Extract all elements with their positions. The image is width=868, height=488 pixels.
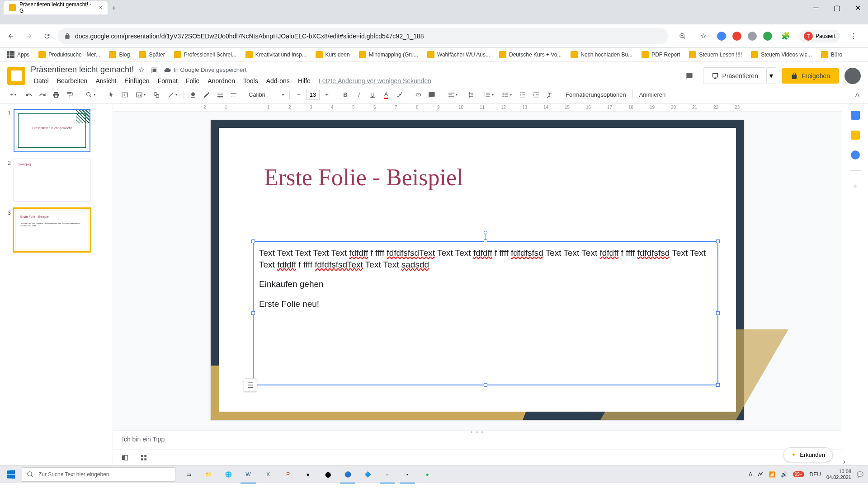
bookmark-item[interactable]: Mindmapping (Gru...: [355, 49, 422, 60]
calendar-icon[interactable]: [851, 111, 860, 120]
chrome-icon[interactable]: 🔵: [338, 465, 357, 483]
image-button[interactable]: ▾: [132, 89, 149, 101]
menu-einfuegen[interactable]: Einfügen: [121, 75, 152, 86]
extension-icon[interactable]: [717, 32, 726, 41]
bookmark-item[interactable]: Professionell Schrei...: [170, 49, 240, 60]
indent-button[interactable]: [530, 89, 542, 101]
task-view-button[interactable]: ▭: [179, 465, 198, 483]
explore-button[interactable]: ✦ Erkunden: [783, 447, 833, 462]
slide[interactable]: Erste Folie - Beispiel Text Text Text Te…: [211, 120, 744, 420]
slide-canvas[interactable]: Erste Folie - Beispiel Text Text Text Te…: [113, 112, 842, 431]
text-color-button[interactable]: A: [380, 89, 392, 101]
bookmark-item[interactable]: Steuern Videos wic...: [747, 49, 816, 60]
menu-addons[interactable]: Add-ons: [263, 75, 293, 86]
forward-button[interactable]: [22, 29, 36, 43]
language-indicator[interactable]: DEU: [810, 471, 821, 478]
present-button[interactable]: Präsentieren: [703, 67, 767, 84]
font-size-input[interactable]: 13: [306, 90, 320, 100]
spotify-icon[interactable]: ●: [418, 465, 437, 483]
next-arrow[interactable]: ›: [843, 458, 845, 466]
wifi-icon[interactable]: 📶: [769, 471, 775, 478]
text-overflow-indicator[interactable]: ☰: [244, 378, 257, 392]
app-icon[interactable]: ▪: [398, 465, 417, 483]
maximize-window-button[interactable]: ▢: [826, 1, 847, 14]
new-tab-button[interactable]: +: [108, 2, 120, 14]
resize-grip[interactable]: • • •: [471, 429, 484, 436]
excel-icon[interactable]: X: [259, 465, 278, 483]
app-icon[interactable]: ●: [298, 465, 317, 483]
browser-tab[interactable]: Präsentieren leicht gemacht! - G ×: [4, 1, 108, 14]
slide-thumb-3[interactable]: Erste Folie - Beispiel Text Text Text Te…: [14, 208, 90, 252]
present-dropdown[interactable]: ▾: [767, 67, 776, 84]
highlight-button[interactable]: [393, 89, 406, 101]
bookmark-apps[interactable]: Apps: [4, 49, 33, 60]
extension-icon[interactable]: [732, 32, 741, 41]
move-icon[interactable]: ▣: [151, 66, 159, 74]
align-button[interactable]: ▾: [444, 89, 461, 101]
extension-icon[interactable]: [748, 32, 757, 41]
collapse-toolbar-button[interactable]: ᐱ: [851, 89, 863, 101]
zoom-icon[interactable]: [675, 29, 690, 43]
clock[interactable]: 10:08 04.02.2021: [826, 469, 851, 479]
menu-folie[interactable]: Folie: [183, 75, 203, 86]
body-paragraph-1[interactable]: Text Text Text Text Text fdfdff f ffff f…: [259, 247, 712, 270]
grid-view-button[interactable]: [138, 452, 149, 463]
text-box-selected[interactable]: Text Text Text Text Text fdfdff f ffff f…: [253, 241, 718, 385]
notification-center-icon[interactable]: 💬: [857, 471, 863, 478]
comment-button[interactable]: [425, 89, 438, 101]
start-button[interactable]: [0, 465, 22, 483]
minimize-window-button[interactable]: ─: [806, 1, 826, 14]
redo-button[interactable]: [36, 89, 49, 101]
app-icon[interactable]: ▫: [378, 465, 397, 483]
shape-button[interactable]: [150, 89, 163, 101]
underline-button[interactable]: U: [366, 89, 379, 101]
print-button[interactable]: [50, 89, 62, 101]
back-button[interactable]: [4, 29, 18, 43]
powerpoint-icon[interactable]: P: [278, 465, 297, 483]
line-spacing-button[interactable]: [462, 89, 479, 101]
italic-button[interactable]: I: [353, 89, 365, 101]
bookmark-item[interactable]: Kursideen: [312, 49, 354, 60]
undo-button[interactable]: [23, 89, 35, 101]
close-tab-icon[interactable]: ×: [99, 5, 102, 11]
link-button[interactable]: [412, 89, 425, 101]
address-bar[interactable]: docs.google.com/presentation/d/1yV372SO5…: [58, 28, 668, 44]
extensions-puzzle-icon[interactable]: 🧩: [778, 29, 793, 43]
bookmark-item[interactable]: Büro: [817, 49, 846, 60]
resize-handle[interactable]: [484, 239, 487, 243]
slides-logo-icon[interactable]: [7, 67, 25, 85]
tasks-icon[interactable]: [851, 150, 860, 160]
resize-handle[interactable]: [484, 383, 487, 387]
bold-button[interactable]: B: [339, 89, 352, 101]
filmstrip-view-button[interactable]: [119, 452, 130, 463]
resize-handle[interactable]: [716, 239, 720, 243]
last-change-link[interactable]: Letzte Änderung vor wenigen Sekunden: [316, 75, 434, 86]
extension-icon[interactable]: [763, 32, 772, 41]
file-explorer-icon[interactable]: 📁: [199, 465, 218, 483]
edge-icon[interactable]: 🔷: [358, 465, 377, 483]
resize-handle[interactable]: [251, 311, 255, 315]
bookmark-item[interactable]: Wahlfächer WU Aus...: [424, 49, 494, 60]
bookmark-item[interactable]: Noch hochladen Bu...: [567, 49, 636, 60]
bullet-list-button[interactable]: ▾: [498, 89, 515, 101]
document-title[interactable]: Präsentieren leicht gemacht!: [31, 65, 134, 75]
select-tool-button[interactable]: [105, 89, 118, 101]
speaker-notes[interactable]: • • • Ich bin ein Tipp: [113, 431, 842, 450]
slide-title[interactable]: Erste Folie - Beispiel: [264, 164, 463, 191]
slide-thumb-1[interactable]: Präsentieren leicht gemacht: [14, 109, 90, 152]
body-paragraph-3[interactable]: Erste Folie neu!: [259, 298, 712, 310]
bookmark-item[interactable]: Blog: [105, 49, 133, 60]
taskbar-search[interactable]: Zur Suche Text hier eingeben: [22, 467, 175, 482]
bookmark-item[interactable]: Kreativität und Insp...: [242, 49, 310, 60]
menu-datei[interactable]: Datei: [31, 75, 52, 86]
resize-handle[interactable]: [251, 239, 255, 243]
rotation-handle[interactable]: [484, 231, 487, 235]
obs-icon[interactable]: ⬤: [318, 465, 337, 483]
zoom-button[interactable]: ▾: [82, 89, 99, 101]
star-icon[interactable]: ☆: [138, 66, 146, 74]
profile-paused-badge[interactable]: T Pausiert: [799, 30, 840, 42]
menu-bearbeiten[interactable]: Bearbeiten: [54, 75, 91, 86]
star-icon[interactable]: ☆: [696, 29, 711, 43]
bookmark-item[interactable]: Produktsuche - Mer...: [35, 49, 104, 60]
battery-icon[interactable]: 🗲: [758, 471, 763, 478]
